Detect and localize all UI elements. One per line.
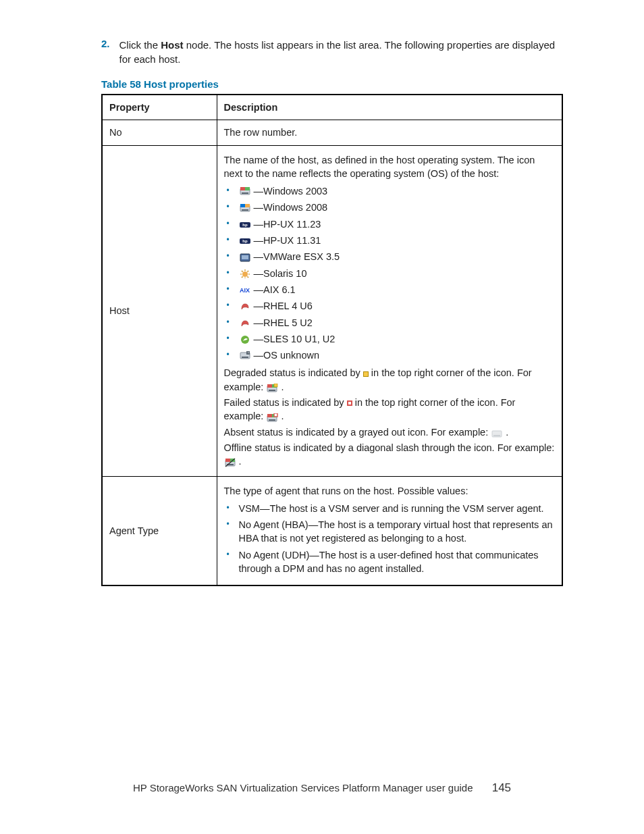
table-row: No The row number. bbox=[102, 120, 562, 145]
th-property: Property bbox=[102, 95, 217, 120]
bullet-icon: • bbox=[227, 283, 232, 296]
agent-list-item: •No Agent (HBA)—The host is a temporary … bbox=[227, 517, 556, 547]
os-label: —HP-UX 11.31 bbox=[254, 234, 321, 247]
table-caption: Table 58 Host properties bbox=[101, 78, 563, 90]
failed-example-icon bbox=[266, 413, 278, 422]
os-label: —SLES 10 U1, U2 bbox=[254, 332, 336, 346]
agent-item-text: VSM—The host is a VSM server and is runn… bbox=[239, 502, 556, 515]
bullet-icon: • bbox=[227, 250, 232, 263]
bullet-icon: • bbox=[227, 184, 232, 197]
os-list-item: •—Windows 2003 bbox=[227, 183, 556, 199]
unknown-icon bbox=[239, 350, 251, 360]
page-footer: HP StorageWorks SAN Virtualization Servi… bbox=[0, 781, 644, 795]
bullet-icon: • bbox=[227, 201, 232, 213]
hpux-icon bbox=[239, 236, 251, 245]
agent-list-item: •VSM—The host is a VSM server and is run… bbox=[227, 500, 556, 517]
bullet-icon: • bbox=[227, 267, 232, 280]
prop-host: Host bbox=[102, 145, 217, 476]
vmw-icon bbox=[239, 253, 251, 262]
os-label: —HP-UX 11.23 bbox=[254, 217, 321, 231]
degraded-status-line: Degraded status is indicated by in the t… bbox=[224, 366, 556, 394]
host-properties-table: Property Description No The row number. … bbox=[101, 94, 563, 586]
step-text: Click the Host node. The hosts list appe… bbox=[119, 38, 563, 66]
bullet-icon: • bbox=[227, 316, 232, 329]
os-list-item: •—Solaris 10 bbox=[227, 265, 556, 282]
win2008-icon bbox=[239, 203, 251, 213]
desc-no: The row number. bbox=[217, 120, 562, 145]
numbered-step: 2. Click the Host node. The hosts list a… bbox=[101, 38, 563, 66]
aix-icon bbox=[239, 285, 251, 294]
offline-example-icon bbox=[224, 457, 236, 467]
os-list: •—Windows 2003•—Windows 2008•—HP-UX 11.2… bbox=[224, 183, 556, 363]
bullet-icon: • bbox=[227, 332, 232, 345]
solaris-icon bbox=[239, 269, 251, 278]
os-list-item: •—RHEL 5 U2 bbox=[227, 315, 556, 331]
bullet-icon: • bbox=[227, 299, 232, 312]
sles-icon bbox=[239, 334, 251, 344]
os-list-item: •—AIX 6.1 bbox=[227, 282, 556, 298]
absent-status-line: Absent status is indicated by a grayed o… bbox=[224, 425, 556, 439]
degraded-example-icon bbox=[266, 383, 278, 392]
bullet-icon: • bbox=[227, 502, 232, 515]
footer-title: HP StorageWorks SAN Virtualization Servi… bbox=[133, 782, 473, 793]
hpux-icon bbox=[239, 219, 251, 229]
offline-status-line: Offline status is indicated by a diagona… bbox=[224, 441, 556, 469]
degraded-indicator-icon bbox=[363, 371, 369, 377]
os-list-item: •—SLES 10 U1, U2 bbox=[227, 331, 556, 347]
desc-host: The name of the host, as defined in the … bbox=[217, 145, 562, 476]
footer-page-number: 145 bbox=[492, 781, 511, 794]
os-label: —RHEL 4 U6 bbox=[254, 299, 313, 313]
table-row: Host The name of the host, as defined in… bbox=[102, 145, 562, 476]
table-row: Agent Type The type of agent that runs o… bbox=[102, 476, 562, 585]
os-list-item: •—Windows 2008 bbox=[227, 199, 556, 215]
failed-indicator-icon bbox=[347, 400, 352, 406]
os-label: —RHEL 5 U2 bbox=[254, 316, 313, 330]
prop-agent: Agent Type bbox=[102, 476, 217, 585]
os-list-item: •—HP-UX 11.23 bbox=[227, 216, 556, 232]
rhel-icon bbox=[239, 318, 251, 328]
absent-example-icon bbox=[491, 428, 503, 438]
os-list-item: •—OS unknown bbox=[227, 347, 556, 363]
failed-status-line: Failed status is indicated by in the top… bbox=[224, 396, 556, 423]
host-intro: The name of the host, as defined in the … bbox=[224, 153, 556, 181]
bullet-icon: • bbox=[227, 234, 232, 246]
os-list-item: •—RHEL 4 U6 bbox=[227, 298, 556, 314]
step-bold: Host bbox=[161, 39, 183, 51]
os-label: —VMWare ESX 3.5 bbox=[254, 250, 340, 263]
win2003-icon bbox=[239, 186, 251, 196]
os-label: —Windows 2008 bbox=[254, 201, 328, 214]
desc-agent: The type of agent that runs on the host.… bbox=[217, 476, 562, 585]
os-label: —AIX 6.1 bbox=[254, 283, 296, 296]
agent-item-text: No Agent (HBA)—The host is a temporary v… bbox=[239, 518, 556, 546]
rhel-icon bbox=[239, 301, 251, 311]
bullet-icon: • bbox=[227, 548, 232, 561]
agent-list-item: •No Agent (UDH)—The host is a user-defin… bbox=[227, 547, 556, 577]
step-post: node. The hosts list appears in the list… bbox=[119, 39, 556, 65]
agent-list: •VSM—The host is a VSM server and is run… bbox=[224, 500, 556, 577]
bullet-icon: • bbox=[227, 348, 232, 361]
os-label: —OS unknown bbox=[254, 348, 320, 362]
bullet-icon: • bbox=[227, 217, 232, 230]
bullet-icon: • bbox=[227, 518, 232, 531]
agent-intro: The type of agent that runs on the host.… bbox=[224, 484, 556, 498]
os-list-item: •—HP-UX 11.31 bbox=[227, 232, 556, 249]
prop-no: No bbox=[102, 120, 217, 145]
agent-item-text: No Agent (UDH)—The host is a user-define… bbox=[239, 548, 556, 576]
os-list-item: •—VMWare ESX 3.5 bbox=[227, 249, 556, 265]
os-label: —Windows 2003 bbox=[254, 184, 328, 198]
step-pre: Click the bbox=[119, 39, 161, 51]
step-number: 2. bbox=[101, 38, 110, 66]
os-label: —Solaris 10 bbox=[254, 267, 307, 280]
th-description: Description bbox=[217, 95, 562, 120]
